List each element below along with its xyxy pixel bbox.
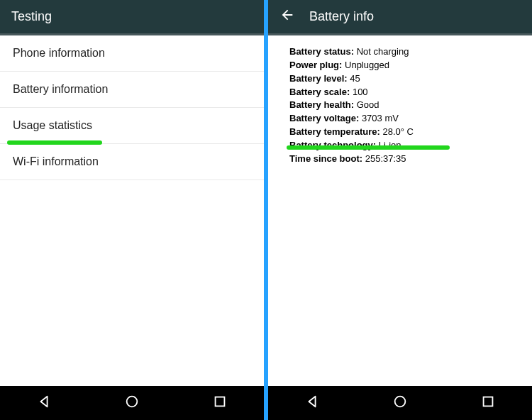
page-title-left: Testing (11, 9, 52, 24)
battery-info-body: Battery status: Not charging Power plug:… (268, 35, 532, 386)
value: 28.0° C (383, 126, 414, 137)
row-battery-technology: Battery technology: Li-ion (289, 139, 518, 153)
header-left: Testing (0, 0, 264, 35)
square-recent-icon (212, 394, 228, 412)
row-time-since-boot: Time since boot: 255:37:35 (289, 153, 518, 166)
row-battery-status: Battery status: Not charging (289, 45, 518, 59)
nav-back-button[interactable] (30, 389, 58, 417)
row-battery-voltage: Battery voltage: 3703 mV (289, 112, 518, 126)
list-item-label: Wi-Fi information (13, 155, 99, 167)
page-title-right: Battery info (309, 9, 374, 24)
triangle-back-icon (304, 394, 320, 412)
list-item-label: Battery information (13, 83, 108, 95)
circle-home-icon (124, 394, 140, 412)
label: Battery scale: (289, 87, 350, 97)
list-item-label: Usage statistics (13, 119, 92, 131)
svg-point-2 (395, 397, 406, 407)
pane-battery-info: Battery info Battery status: Not chargin… (268, 0, 532, 420)
label: Time since boot: (289, 153, 362, 164)
svg-rect-1 (216, 397, 225, 407)
value: 45 (350, 73, 360, 84)
label: Battery level: (289, 73, 348, 84)
label: Battery voltage: (289, 113, 359, 123)
circle-home-icon (392, 394, 408, 412)
list-item-label: Phone information (13, 47, 105, 59)
square-recent-icon (480, 394, 496, 412)
value: Not charging (357, 46, 409, 57)
label: Battery health: (289, 99, 354, 110)
nav-back-button[interactable] (298, 389, 326, 417)
value: 3703 mV (362, 113, 399, 123)
nav-recent-button[interactable] (474, 389, 502, 417)
list-item-usage-statistics[interactable]: Usage statistics (0, 108, 264, 144)
back-button[interactable] (279, 7, 295, 26)
list-item-wifi-information[interactable]: Wi-Fi information (0, 144, 264, 180)
label: Battery temperature: (289, 126, 380, 137)
label: Battery status: (289, 46, 354, 57)
svg-rect-3 (484, 397, 493, 407)
list-item-phone-information[interactable]: Phone information (0, 35, 264, 72)
value: Unplugged (345, 60, 389, 70)
row-battery-temperature: Battery temperature: 28.0° C (289, 126, 518, 139)
nav-recent-button[interactable] (206, 389, 234, 417)
value: 100 (353, 87, 368, 97)
row-battery-scale: Battery scale: 100 (289, 86, 518, 99)
nav-home-button[interactable] (118, 389, 146, 417)
value: Good (357, 99, 379, 110)
label: Power plug: (289, 60, 342, 70)
label: Battery technology: (289, 140, 376, 150)
list-testing: Phone information Battery information Us… (0, 35, 264, 386)
navbar-right (268, 386, 532, 420)
value: Li-ion (379, 140, 401, 150)
triangle-back-icon (36, 394, 52, 412)
arrow-back-icon (279, 7, 295, 26)
header-right: Battery info (268, 0, 532, 35)
list-item-battery-information[interactable]: Battery information (0, 72, 264, 108)
navbar-left (0, 386, 264, 420)
pane-testing: Testing Phone information Battery inform… (0, 0, 264, 420)
row-battery-level: Battery level: 45 (289, 72, 518, 86)
value: 255:37:35 (365, 153, 406, 164)
nav-home-button[interactable] (386, 389, 414, 417)
row-power-plug: Power plug: Unplugged (289, 59, 518, 72)
svg-point-0 (127, 397, 138, 407)
row-battery-health: Battery health: Good (289, 99, 518, 112)
